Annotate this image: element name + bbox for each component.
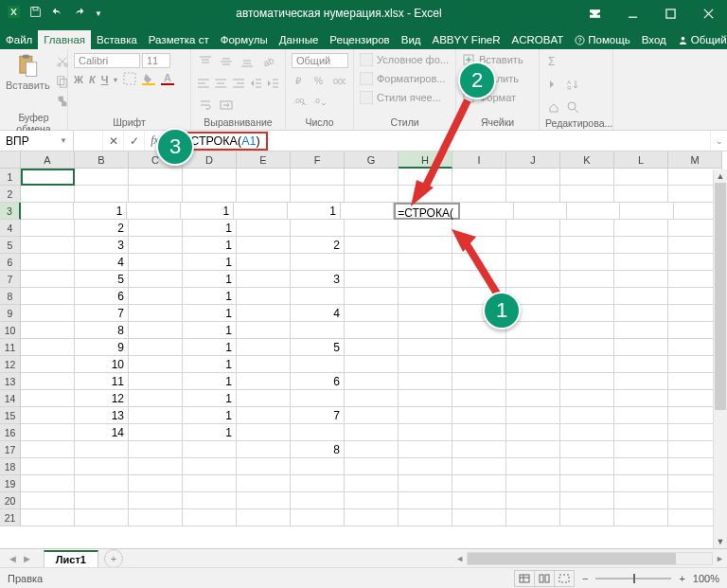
row-header[interactable]: 3: [0, 203, 21, 220]
cell[interactable]: 1: [74, 203, 127, 220]
sort-icon[interactable]: AЯ: [564, 76, 581, 93]
cell[interactable]: [452, 390, 506, 407]
cell[interactable]: [452, 407, 506, 424]
cell[interactable]: [237, 373, 291, 390]
cell[interactable]: [21, 458, 75, 475]
cell[interactable]: [129, 254, 183, 271]
row-header[interactable]: 15: [0, 407, 21, 424]
cell[interactable]: [560, 390, 614, 407]
cell[interactable]: 4: [75, 254, 129, 271]
view-normal-icon[interactable]: [514, 570, 535, 587]
cell[interactable]: [399, 475, 452, 492]
cell[interactable]: [129, 458, 183, 475]
cell[interactable]: [560, 424, 614, 441]
indent-dec-icon[interactable]: [249, 75, 262, 92]
accept-icon[interactable]: ✓: [123, 131, 144, 151]
cell[interactable]: [514, 203, 567, 220]
cell[interactable]: [345, 186, 399, 203]
cell[interactable]: [560, 254, 614, 271]
cell[interactable]: [345, 390, 399, 407]
cell[interactable]: [614, 407, 668, 424]
cell[interactable]: 1: [181, 203, 234, 220]
cell[interactable]: [560, 407, 614, 424]
row-header[interactable]: 5: [0, 237, 21, 254]
cell[interactable]: 1: [183, 339, 237, 356]
tab-share[interactable]: Общий доступ: [672, 30, 727, 49]
cell[interactable]: [560, 356, 614, 373]
cell[interactable]: 12: [75, 390, 129, 407]
row-header[interactable]: 8: [0, 288, 21, 305]
col-header-A[interactable]: A: [21, 151, 75, 169]
cell[interactable]: [506, 407, 560, 424]
col-header-M[interactable]: M: [668, 151, 722, 169]
cell[interactable]: [560, 305, 614, 322]
col-header-K[interactable]: K: [560, 151, 614, 169]
cell[interactable]: [183, 186, 237, 203]
bold-button[interactable]: Ж: [74, 74, 83, 85]
format-table[interactable]: Форматиров...: [360, 72, 450, 85]
cell[interactable]: [21, 475, 75, 492]
cell[interactable]: [506, 237, 560, 254]
cell[interactable]: [506, 356, 560, 373]
cell[interactable]: 6: [75, 288, 129, 305]
cell[interactable]: 11: [75, 373, 129, 390]
cell[interactable]: [620, 203, 673, 220]
cell[interactable]: [21, 322, 75, 339]
cell[interactable]: [452, 492, 506, 509]
cell[interactable]: [345, 322, 399, 339]
cell[interactable]: [291, 186, 345, 203]
cell[interactable]: [560, 458, 614, 475]
cell[interactable]: [560, 492, 614, 509]
cell[interactable]: [129, 373, 183, 390]
cell[interactable]: [452, 458, 506, 475]
align-top-icon[interactable]: [197, 53, 214, 70]
cell[interactable]: [560, 186, 614, 203]
cell[interactable]: [452, 509, 506, 526]
row-header[interactable]: 19: [0, 475, 21, 492]
font-size[interactable]: 11: [142, 53, 170, 68]
align-middle-icon[interactable]: [218, 53, 235, 70]
cell[interactable]: [237, 322, 291, 339]
cell[interactable]: [506, 441, 560, 458]
expand-formula-icon[interactable]: ⌄: [710, 131, 727, 151]
autosum-icon[interactable]: Σ: [545, 53, 562, 70]
currency-icon[interactable]: ₽: [292, 72, 309, 89]
zoom-slider[interactable]: [595, 578, 671, 579]
cell[interactable]: [21, 390, 75, 407]
col-header-G[interactable]: G: [345, 151, 399, 169]
cell[interactable]: 1: [183, 271, 237, 288]
cell[interactable]: [614, 441, 668, 458]
cell[interactable]: [614, 492, 668, 509]
cell[interactable]: [75, 475, 129, 492]
cell[interactable]: [291, 492, 345, 509]
cell[interactable]: [560, 237, 614, 254]
save-icon[interactable]: [29, 6, 42, 21]
cell[interactable]: 5: [291, 339, 345, 356]
conditional-format[interactable]: Условное фо...: [360, 53, 450, 66]
cell[interactable]: 9: [75, 339, 129, 356]
cell[interactable]: [399, 356, 452, 373]
cell[interactable]: [75, 492, 129, 509]
cell[interactable]: [614, 356, 668, 373]
cell[interactable]: [21, 220, 75, 237]
cell[interactable]: 1: [183, 322, 237, 339]
cell[interactable]: [614, 237, 668, 254]
cell[interactable]: [345, 220, 399, 237]
cell[interactable]: 1: [183, 220, 237, 237]
row-header[interactable]: 9: [0, 305, 21, 322]
fill-icon[interactable]: [545, 76, 562, 93]
cell[interactable]: [21, 186, 75, 203]
cell[interactable]: [452, 339, 506, 356]
cell[interactable]: [129, 220, 183, 237]
wrap-text-icon[interactable]: [197, 97, 214, 114]
cell[interactable]: [560, 288, 614, 305]
cell[interactable]: [345, 339, 399, 356]
cell[interactable]: [237, 220, 291, 237]
cell[interactable]: 3: [75, 237, 129, 254]
cell[interactable]: [345, 271, 399, 288]
cell[interactable]: [506, 390, 560, 407]
tab-help[interactable]: ?Помощь: [569, 30, 635, 49]
cell[interactable]: [560, 220, 614, 237]
cell[interactable]: 1: [183, 254, 237, 271]
cell[interactable]: [183, 509, 237, 526]
